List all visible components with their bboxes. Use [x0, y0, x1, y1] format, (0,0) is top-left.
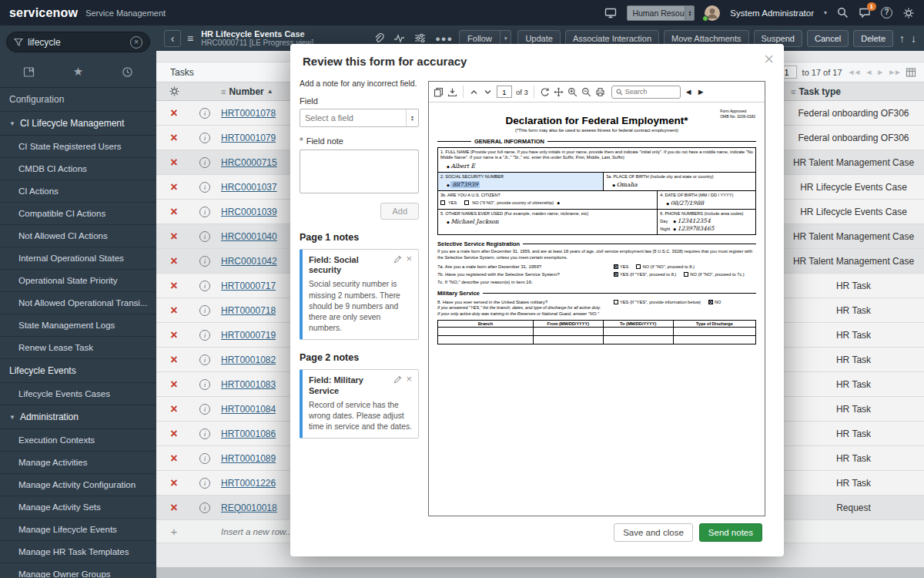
sidebar-item-manage-hr-task-templates[interactable]: Manage HR Task Templates — [0, 541, 156, 563]
save-and-close-button[interactable]: Save and close — [614, 523, 693, 542]
sidebar-item-manage-activity-configuration[interactable]: Manage Activity Configuration — [0, 474, 156, 496]
task-number-link[interactable]: HRC0001040 — [221, 231, 277, 242]
chat-icon[interactable]: 1 — [859, 7, 871, 18]
ssn-field[interactable]: 2. SOCIAL SECURITY NUMBER 8873939 — [438, 173, 603, 190]
sidebar-item-renew-lease-task[interactable]: Renew Lease Task — [0, 337, 156, 359]
task-number-link[interactable]: HRT0001083 — [221, 379, 276, 390]
find-next-icon[interactable]: ► — [697, 87, 705, 96]
task-number-link[interactable]: HRT0001226 — [221, 478, 276, 489]
citizen-no-checkbox[interactable] — [464, 200, 469, 205]
activity-stream-icon[interactable] — [393, 32, 405, 44]
personalize-list-gear-icon[interactable] — [169, 86, 180, 97]
close-icon[interactable]: × — [764, 51, 774, 68]
sidebar-item-ci-lifecycle-management[interactable]: ▼CI Lifecycle Management — [0, 112, 156, 136]
sidebar-item-ci-state-registered-users[interactable]: CI State Registered Users — [0, 136, 156, 158]
all-applications-icon[interactable] — [23, 66, 35, 78]
sidebar-item-internal-operational-states[interactable]: Internal Operational States — [0, 247, 156, 270]
search-icon[interactable] — [837, 7, 849, 18]
q8-no-checkbox-checked[interactable] — [708, 300, 713, 304]
info-icon[interactable] — [199, 108, 210, 119]
delete-row-icon[interactable]: × — [170, 304, 177, 317]
pdf-search-input[interactable] — [625, 88, 673, 96]
info-icon[interactable] — [199, 231, 210, 242]
delete-row-icon[interactable]: × — [170, 181, 177, 193]
delete-row-icon[interactable]: × — [170, 329, 177, 341]
edit-pencil-icon[interactable] — [393, 375, 402, 384]
task-number-link[interactable]: HRT0001078 — [221, 108, 276, 119]
sidebar-item-state-management-logs[interactable]: State Management Logs — [0, 314, 156, 337]
insert-row-label[interactable]: Insert a new row... — [218, 527, 293, 536]
task-type-column-header[interactable]: Task type — [798, 86, 840, 97]
info-icon[interactable] — [199, 256, 210, 267]
field-note-textarea[interactable] — [300, 150, 419, 193]
sidebar-item-lifecycle-events-cases[interactable]: Lifecycle Events Cases — [0, 383, 156, 405]
number-column-menu-icon[interactable]: ≡ — [221, 87, 226, 96]
pdf-page-input[interactable] — [497, 86, 512, 98]
delete-row-icon[interactable]: × — [170, 132, 177, 144]
print-icon[interactable] — [595, 87, 605, 97]
pan-move-icon[interactable] — [554, 87, 564, 97]
sidebar-item-operational-state-priority[interactable]: Operational State Priority — [0, 270, 156, 292]
task-number-link[interactable]: HRT0001079 — [221, 133, 276, 143]
sidebar-item-not-allowed-operational-transitions[interactable]: Not Allowed Operational Transi... — [0, 292, 156, 314]
horizontal-scrollbar[interactable] — [156, 567, 924, 578]
application-scope-selector[interactable]: Human Resour ▲▼ — [627, 5, 695, 21]
sidebar-item-not-allowed-ci-actions[interactable]: Not Allowed CI Actions — [0, 225, 156, 247]
zoom-out-icon[interactable] — [581, 87, 591, 97]
info-icon[interactable] — [199, 404, 210, 415]
edit-pencil-icon[interactable] — [393, 255, 402, 264]
clear-filter-icon[interactable]: × — [130, 36, 142, 49]
previous-record-icon[interactable]: ↑ — [899, 32, 905, 45]
gear-icon[interactable] — [902, 7, 915, 19]
personalize-form-sliders-icon[interactable] — [414, 32, 426, 44]
avatar[interactable] — [705, 5, 720, 21]
info-icon[interactable] — [199, 379, 210, 390]
task-type-column-menu-icon[interactable]: ≡ — [791, 87, 795, 96]
info-icon[interactable] — [199, 207, 210, 217]
sidebar-item-execution-contexts[interactable]: Execution Contexts — [0, 429, 156, 452]
user-menu[interactable]: System Administrator — [730, 8, 814, 18]
navigator-filter-input[interactable] — [28, 37, 126, 48]
info-icon[interactable] — [199, 330, 210, 341]
copy-icon[interactable] — [434, 87, 444, 97]
delete-row-icon[interactable]: × — [170, 107, 177, 119]
task-number-link[interactable]: HRT0001084 — [221, 404, 276, 415]
previous-page-chevron-icon[interactable] — [469, 87, 479, 97]
sidebar-item-manage-lifecycle-events[interactable]: Manage Lifecycle Events — [0, 519, 156, 541]
q7b-no-checkbox[interactable] — [684, 272, 688, 277]
delete-row-icon[interactable]: × — [170, 156, 177, 169]
download-icon[interactable] — [447, 87, 457, 97]
q7a-yes-checkbox-checked[interactable] — [614, 264, 618, 269]
task-number-link[interactable]: HRT0001082 — [221, 355, 276, 365]
attachment-paperclip-icon[interactable] — [373, 32, 384, 44]
task-number-link[interactable]: HRC0001039 — [221, 207, 277, 217]
info-icon[interactable] — [199, 355, 210, 365]
delete-row-icon[interactable]: × — [170, 428, 177, 440]
form-context-menu-icon[interactable]: ≡ — [187, 32, 193, 45]
sidebar-item-compatible-ci-actions[interactable]: Compatible CI Actions — [0, 203, 156, 225]
sidebar-item-lifecycle-events[interactable]: Lifecycle Events — [0, 359, 156, 383]
remove-note-icon[interactable]: × — [406, 375, 412, 383]
find-previous-icon[interactable]: ◄ — [685, 87, 693, 96]
delete-row-icon[interactable]: × — [170, 230, 177, 243]
help-icon[interactable]: ? — [881, 7, 892, 18]
info-icon[interactable] — [199, 133, 210, 143]
pdf-search-box[interactable] — [611, 86, 681, 99]
info-icon[interactable] — [199, 453, 210, 464]
delete-row-icon[interactable]: × — [170, 477, 177, 489]
task-number-link[interactable]: HRT0000717 — [221, 281, 276, 291]
previous-page-icon[interactable]: ◄ — [865, 68, 871, 76]
info-icon[interactable] — [199, 502, 210, 513]
task-number-link[interactable]: HRT0000719 — [221, 330, 276, 341]
info-icon[interactable] — [199, 428, 210, 439]
sidebar-item-administration[interactable]: ▼Administration — [0, 405, 156, 429]
scope-stepper-icon[interactable]: ▲▼ — [685, 6, 694, 20]
delete-row-icon[interactable]: × — [170, 502, 177, 514]
delete-row-icon[interactable]: × — [170, 255, 177, 267]
q7b-yes-checkbox-checked[interactable] — [614, 272, 618, 277]
task-number-link[interactable]: HRC0001037 — [221, 182, 277, 193]
info-icon[interactable] — [199, 305, 210, 316]
task-number-link[interactable]: REQ0010018 — [221, 502, 277, 513]
history-clock-icon[interactable] — [122, 66, 133, 78]
first-page-icon[interactable]: ◄◄ — [848, 68, 860, 76]
